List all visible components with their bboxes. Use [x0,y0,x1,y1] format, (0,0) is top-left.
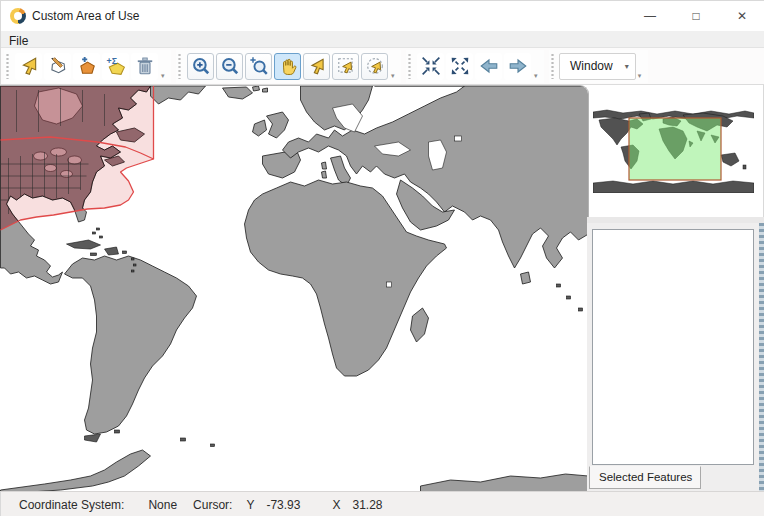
select-circle-icon [365,56,385,76]
menu-bar: File [1,31,764,48]
cursor-label: Cursor: [193,498,232,512]
toolbar-grip[interactable] [407,53,412,79]
sigma-label: +Σ [106,56,117,66]
arrows-outward-icon [450,56,470,76]
window-tool-group: Window ▾ ▾ [549,50,648,83]
selected-features-panel: Selected Features [587,223,759,491]
app-window: Custom Area of Use — □ ✕ File [0,0,764,516]
zoom-window-icon [249,56,269,76]
overview-panel [590,85,760,217]
toolbar: +Σ ▾ [1,48,764,85]
cursor-icon [19,56,39,76]
next-extent-button[interactable] [504,53,531,80]
previous-extent-button[interactable] [475,53,502,80]
tab-selected-features[interactable]: Selected Features [589,466,701,489]
arrow-left-icon [478,56,500,76]
select-tool-button[interactable] [15,53,42,80]
overview-extent-box[interactable] [629,118,721,180]
select-by-rectangle-button[interactable] [332,53,359,80]
close-button[interactable]: ✕ [719,1,764,31]
add-polygon-icon [77,56,97,76]
pencil-polygon-icon [48,56,68,76]
zoom-full-extent-button[interactable] [446,53,473,80]
toolbar-grip[interactable] [550,53,555,79]
arrows-inward-icon [421,56,441,76]
toolbar-overflow-button[interactable]: ▾ [160,53,170,80]
trash-icon [135,56,155,76]
overview-map[interactable] [593,109,754,193]
app-logo-icon [10,8,26,24]
toolbar-overflow-button[interactable]: ▾ [533,53,543,80]
extent-tool-group: ▾ [406,50,544,83]
edit-tool-group: +Σ ▾ [4,50,171,83]
zoom-out-button[interactable] [216,53,243,80]
title-bar: Custom Area of Use — □ ✕ [1,1,764,31]
window-dropdown-button[interactable]: Window ▾ [559,53,636,80]
chevron-down-icon: ▾ [534,72,538,80]
zoom-window-button[interactable] [245,53,272,80]
chevron-down-icon: ▾ [391,72,395,80]
zoom-in-button[interactable] [187,53,214,80]
add-polygon-button[interactable] [73,53,100,80]
zoom-to-selected-button[interactable] [417,53,444,80]
add-sum-polygon-button[interactable]: +Σ [102,53,129,80]
selected-features-list[interactable] [592,229,754,465]
navigation-tool-group: ▾ [176,50,401,83]
select-cursor-icon [307,56,327,76]
toolbar-grip[interactable] [177,53,182,79]
select-by-circle-button[interactable] [361,53,388,80]
draw-polygon-button[interactable] [44,53,71,80]
map-panel [0,85,589,491]
select-rectangle-icon [336,56,356,76]
pan-button[interactable] [274,53,301,80]
delete-button[interactable] [131,53,158,80]
chevron-down-icon: ▾ [638,72,642,80]
toolbar-overflow-button[interactable]: ▾ [390,53,400,80]
toolbar-overflow-button[interactable]: ▾ [637,53,647,80]
add-sigma-polygon-icon: +Σ [106,56,126,76]
select-feature-button[interactable] [303,53,330,80]
status-bar: Coordinate System: None Cursor: Y -73.93… [1,491,764,516]
cursor-x-label: X [332,498,340,512]
coordinate-system-value: None [148,498,177,512]
pan-hand-icon [278,56,298,76]
right-edge-scrollbar[interactable] [759,223,764,516]
arrow-right-icon [507,56,529,76]
window-dropdown-label: Window [570,59,613,73]
zoom-in-icon [191,56,211,76]
chevron-down-icon: ▾ [161,72,165,80]
maximize-button[interactable]: □ [673,1,719,31]
cursor-y-label: Y [246,498,254,512]
world-map[interactable] [0,86,589,491]
toolbar-grip[interactable] [5,53,10,79]
coordinate-system-label: Coordinate System: [19,498,124,512]
cursor-y-value: -73.93 [266,498,300,512]
cursor-x-value: 31.28 [352,498,382,512]
minimize-button[interactable]: — [627,1,673,31]
window-controls: — □ ✕ [627,1,764,31]
window-title: Custom Area of Use [32,1,139,31]
zoom-out-icon [220,56,240,76]
chevron-down-icon: ▾ [625,62,629,71]
